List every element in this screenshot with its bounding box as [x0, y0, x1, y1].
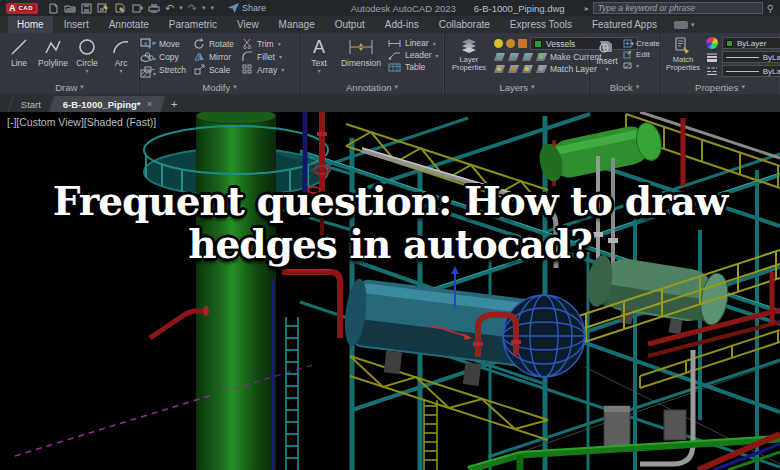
panel-label-modify[interactable]: Modify▾: [140, 80, 299, 94]
redo-caret-icon[interactable]: ▾: [202, 4, 206, 12]
layer-properties-button[interactable]: Layer Properties: [449, 36, 489, 80]
match-properties-label: Match Properties: [666, 56, 700, 73]
create-block-button[interactable]: Create: [623, 39, 660, 48]
undo-caret-icon[interactable]: ▾: [179, 4, 183, 12]
object-color-dropdown[interactable]: ByLayer: [722, 37, 780, 49]
open-icon[interactable]: [64, 3, 76, 14]
layer-tool-icon[interactable]: [494, 53, 505, 61]
move-button[interactable]: Move: [144, 38, 186, 49]
trim-button[interactable]: Trim▾: [242, 38, 284, 49]
scale-button[interactable]: Scale: [194, 64, 234, 75]
polyline-button[interactable]: Polyline: [38, 36, 68, 80]
tab-express-tools[interactable]: Express Tools: [501, 16, 581, 33]
circle-caret-icon: ▾: [85, 69, 88, 73]
insert-caret-icon: ▾: [605, 67, 608, 71]
table-button[interactable]: Table: [388, 62, 438, 72]
array-button[interactable]: Array▾: [242, 64, 284, 75]
linear-button[interactable]: Linear▾: [388, 38, 438, 48]
lineweight-dropdown[interactable]: ByLayer: [722, 51, 780, 63]
fillet-button[interactable]: Fillet▾: [242, 51, 284, 62]
fillet-icon: [242, 51, 253, 62]
polyline-label: Polyline: [38, 58, 68, 68]
panel-draw: Line Polyline Circle ▾ Arc ▾ ▾: [0, 33, 140, 94]
plot-icon[interactable]: [114, 3, 126, 14]
edit-block-button[interactable]: Edit: [623, 50, 660, 59]
quick-access-toolbar: ↶▾ ↷▾ ▾: [48, 3, 214, 14]
leader-button[interactable]: Leader▾: [388, 50, 438, 60]
print-icon[interactable]: [148, 3, 160, 14]
search-advance-icon[interactable]: ▸: [585, 4, 589, 13]
tab-start[interactable]: Start: [7, 96, 54, 112]
panel-label-annotation[interactable]: Annotation▾: [300, 80, 444, 94]
color-wheel-icon[interactable]: [706, 37, 718, 49]
lineweight-icon[interactable]: [706, 52, 718, 62]
text-button[interactable]: A Text ▾: [304, 36, 334, 80]
match-properties-button[interactable]: Match Properties: [664, 36, 702, 80]
save-as-icon[interactable]: [97, 3, 109, 14]
tab-active-drawing[interactable]: 6-B-1000_Piping* ×: [49, 96, 165, 112]
linetype-dropdown[interactable]: ByLayer: [722, 65, 780, 77]
drawing-viewport[interactable]: [-] [Custom View] [Shaded (Fast)]: [0, 112, 780, 470]
layer-tool-icon[interactable]: [494, 65, 505, 73]
layer-freeze-icon[interactable]: [506, 39, 515, 48]
annotation-panel-caret-icon: ▾: [394, 83, 398, 91]
new-file-icon[interactable]: [48, 3, 59, 14]
viewport-visual-style-control[interactable]: [Shaded (Fast)]: [84, 116, 156, 128]
viewport-menu-control[interactable]: [-]: [7, 116, 16, 128]
share-button[interactable]: Share: [228, 3, 266, 13]
export-icon[interactable]: [131, 3, 143, 14]
redo-icon[interactable]: ↷: [188, 3, 197, 13]
dimension-button[interactable]: Dimension: [338, 36, 384, 80]
insert-button[interactable]: Insert ▾: [594, 36, 620, 80]
ribbon-display-toggle[interactable]: ▾: [674, 16, 695, 33]
layer-tool-icon[interactable]: [522, 53, 533, 61]
layer-tool-icon[interactable]: [522, 65, 533, 73]
tab-parametric[interactable]: Parametric: [160, 16, 226, 33]
start-tab-label: Start: [21, 99, 41, 110]
tab-annotate[interactable]: Annotate: [100, 16, 158, 33]
layer-tool-icon[interactable]: [536, 53, 547, 61]
qat-customize-icon[interactable]: ▾: [210, 4, 214, 12]
undo-icon[interactable]: ↶: [165, 3, 174, 13]
piping-3d-model[interactable]: [0, 112, 780, 470]
panel-label-draw[interactable]: Draw▾: [0, 80, 139, 94]
layer-tool-icon[interactable]: [536, 65, 547, 73]
circle-button[interactable]: Circle ▾: [72, 36, 102, 80]
panel-label-block[interactable]: Block▾: [590, 80, 659, 94]
search-input[interactable]: [593, 2, 763, 14]
line-icon: [9, 37, 29, 57]
layer-tool-icon[interactable]: [508, 53, 519, 61]
panel-label-layers[interactable]: Layers▾: [445, 80, 589, 94]
layer-on-icon[interactable]: [494, 39, 503, 48]
tab-manage[interactable]: Manage: [270, 16, 324, 33]
layer-tool-icon[interactable]: [508, 65, 519, 73]
save-icon[interactable]: [81, 3, 92, 14]
arc-button[interactable]: Arc ▾: [106, 36, 136, 80]
tab-collaborate[interactable]: Collaborate: [430, 16, 499, 33]
panel-label-properties[interactable]: Properties▾: [660, 80, 780, 94]
viewport-view-control[interactable]: [Custom View]: [16, 116, 84, 128]
tab-view[interactable]: View: [228, 16, 268, 33]
autocad-logo[interactable]: A CAD: [6, 3, 38, 14]
tab-output[interactable]: Output: [326, 16, 374, 33]
mirror-button[interactable]: Mirror: [194, 51, 234, 62]
rotate-button[interactable]: Rotate: [194, 38, 234, 49]
block-attributes-button[interactable]: ▾: [623, 61, 660, 70]
trim-icon: [242, 38, 253, 49]
close-tab-icon[interactable]: ×: [147, 99, 152, 109]
tab-home[interactable]: Home: [8, 16, 53, 33]
line-button[interactable]: Line: [4, 36, 34, 80]
copy-button[interactable]: Copy: [144, 51, 186, 62]
share-label: Share: [242, 3, 266, 13]
layer-lock-icon[interactable]: [518, 39, 527, 48]
stretch-button[interactable]: Stretch: [144, 64, 186, 75]
tab-insert[interactable]: Insert: [55, 16, 98, 33]
tab-add-ins[interactable]: Add-ins: [376, 16, 428, 33]
tab-featured-apps[interactable]: Featured Apps: [583, 16, 666, 33]
file-tab-bar: Start 6-B-1000_Piping* × +: [0, 94, 780, 112]
linetype-icon[interactable]: [706, 66, 718, 76]
draw-label: Draw: [55, 82, 77, 93]
search-icon[interactable]: ⚲: [767, 3, 774, 14]
linear-caret-icon: ▾: [433, 40, 436, 47]
new-drawing-tab-button[interactable]: +: [163, 96, 185, 112]
